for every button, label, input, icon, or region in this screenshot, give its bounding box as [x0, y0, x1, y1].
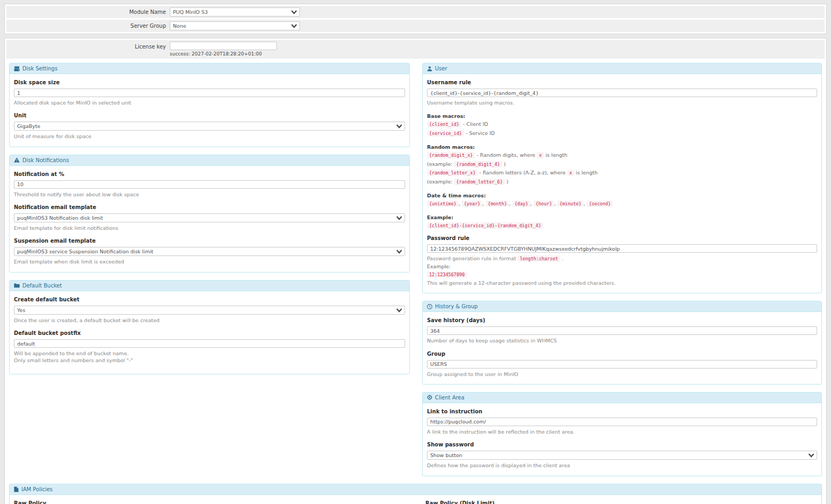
folder-icon	[14, 283, 20, 288]
suspension-template-help: Email template when disk limit is exceed…	[14, 259, 405, 265]
password-example-heading: Example:	[427, 263, 817, 270]
random-digit-macro-line: {random_digit_x} - Random digits, where …	[427, 151, 817, 159]
service-id-macro-line: {service_id} - Service ID	[427, 130, 817, 137]
random-letter-desc: - Random letters (A-Z, a-z), where	[479, 170, 566, 175]
create-bucket-select[interactable]: Yes	[14, 306, 405, 315]
x-code: x	[537, 152, 544, 158]
client-id-code: {client_id}	[427, 121, 461, 127]
hour-code: {hour}	[534, 201, 555, 207]
group-input[interactable]	[427, 360, 817, 369]
day-code: {day}	[512, 201, 531, 207]
username-rule-input[interactable]	[427, 89, 817, 97]
separator: ,	[531, 201, 532, 206]
bucket-postfix-input[interactable]	[14, 339, 405, 348]
minute-code: {minute}	[557, 201, 583, 207]
panel-disk-settings: Disk Settings Disk space size Allocated …	[9, 63, 410, 147]
unixtime-code: {unixtime}	[427, 201, 458, 207]
panel-disk-notifications-header: Disk Notifications	[10, 155, 409, 166]
random-letter-macro-line: {random_letter_x} - Random letters (A-Z,…	[427, 169, 817, 177]
unit-label: Unit	[14, 113, 405, 118]
notification-at-input[interactable]	[14, 180, 405, 189]
panel-title: Disk Notifications	[22, 157, 69, 163]
password-rule-input[interactable]	[427, 244, 817, 253]
length-charset-code: length:charset	[518, 255, 560, 262]
is-length-text: is length	[576, 170, 598, 175]
base-macros-heading: Base macros:	[427, 113, 817, 119]
password-help-post: .	[562, 255, 564, 261]
group-help: Group assigned to the user in MinIO	[427, 371, 817, 378]
panel-title: Disk Settings	[22, 66, 58, 71]
is-length-text: is length	[545, 152, 567, 158]
bucket-postfix-help1: Will be appended to the end of bucket na…	[14, 350, 405, 357]
example-open: (example:	[427, 179, 453, 185]
panel-disk-settings-header: Disk Settings	[10, 63, 409, 74]
module-name-select[interactable]: PUQ MinIO S3	[170, 7, 300, 17]
panel-disk-notifications: Disk Notifications Notification at % Thr…	[9, 155, 410, 273]
username-example-code: {client_id}-{service_id}-{random_digit_4…	[427, 222, 543, 229]
password-help-pre: Password generation rule in format	[427, 255, 516, 261]
separator: ,	[482, 201, 484, 206]
notification-at-help: Threshold to notify the user about low d…	[14, 191, 405, 198]
username-rule-help: Username template using macros.	[427, 100, 817, 106]
panel-client-area: Client Area Link to instruction A link t…	[422, 392, 822, 476]
server-group-label: Server Group	[10, 23, 170, 29]
instruction-link-input[interactable]	[427, 418, 817, 426]
show-password-select[interactable]: Show button	[427, 451, 817, 460]
client-id-desc: - Client ID	[463, 121, 488, 127]
license-status-text: success: 2027-02-20T18:28:20+01:00	[170, 51, 277, 57]
suspension-template-label: Suspension email template	[14, 238, 405, 244]
example-heading: Example:	[427, 214, 817, 220]
random-digit-example-line: (example: {random_digit_4} )	[427, 161, 817, 168]
password-example-code: 12:1234567890	[427, 271, 467, 278]
save-history-help: Number of days to keep usage statistics …	[427, 338, 817, 344]
random-digit-code: {random_digit_x}	[427, 152, 475, 158]
password-help2: This will generate a 12-character passwo…	[427, 280, 817, 286]
server-group-row: Server Group None	[6, 20, 825, 32]
random-letter-example-line: (example: {random_letter_6} )	[427, 178, 817, 186]
panel-title: History & Group	[435, 303, 478, 309]
panel-user-header: User	[423, 63, 821, 74]
username-rule-label: Username rule	[427, 79, 817, 85]
separator: ,	[554, 201, 556, 206]
panel-client-area-header: Client Area	[423, 393, 821, 403]
module-name-label: Module Name	[10, 9, 170, 15]
unit-select[interactable]: GigaByte	[14, 122, 405, 131]
notification-template-label: Notification email template	[14, 204, 405, 210]
unit-help: Unit of measure for disk space	[14, 133, 405, 140]
month-code: {month}	[486, 201, 509, 207]
module-name-row: Module Name PUQ MinIO S3	[6, 6, 825, 18]
disk-space-help: Allocated disk space for MinIO in select…	[14, 100, 405, 106]
service-id-code: {service_id}	[427, 130, 464, 137]
panel-iam-policies: IAM Policies Raw Policy { "Version": "20…	[9, 484, 822, 504]
year-code: {year}	[462, 201, 482, 207]
username-example-line: {client_id}-{service_id}-{random_digit_4…	[427, 222, 817, 229]
notification-template-select[interactable]: puqMinIOS3 Notification disk limit	[14, 213, 405, 222]
random-digit-example-code: {random_digit_4}	[454, 161, 502, 167]
disk-space-input[interactable]	[14, 89, 405, 97]
datetime-macros-line: {unixtime}, {year}, {month}, {day}, {hou…	[427, 200, 817, 207]
client-id-macro-line: {client_id} - Client ID	[427, 121, 817, 128]
file-icon	[14, 486, 19, 492]
panel-default-bucket: Default Bucket Create default bucket Yes…	[9, 280, 410, 374]
second-code: {second}	[587, 201, 613, 207]
bucket-postfix-help2: Only small letters and numbers and symbo…	[14, 357, 405, 367]
show-password-label: Show password	[427, 442, 817, 447]
separator: ,	[509, 201, 511, 206]
panel-history-group: History & Group Save history (days) Numb…	[422, 301, 822, 385]
module-selection-box: Module Name PUQ MinIO S3 Server Group No…	[4, 4, 827, 34]
hdd-icon	[14, 66, 20, 71]
random-letter-code: {random_letter_x}	[427, 170, 478, 176]
notification-at-label: Notification at %	[14, 171, 405, 177]
panel-title: User	[435, 66, 447, 71]
license-key-input[interactable]	[170, 42, 277, 50]
service-id-desc: - Service ID	[465, 130, 495, 136]
save-history-input[interactable]	[427, 326, 817, 335]
server-group-select[interactable]: None	[170, 21, 300, 30]
disk-space-label: Disk space size	[14, 79, 405, 85]
panel-iam-policies-header: IAM Policies	[10, 484, 821, 495]
module-settings-box: License key success: 2027-02-20T18:28:20…	[4, 38, 827, 504]
notification-template-help: Email template for disk limit notificati…	[14, 225, 405, 231]
panel-default-bucket-header: Default Bucket	[10, 281, 409, 291]
warning-icon	[14, 157, 20, 163]
suspension-template-select[interactable]: puqMinIOS3 service Suspension Notificati…	[14, 247, 405, 256]
